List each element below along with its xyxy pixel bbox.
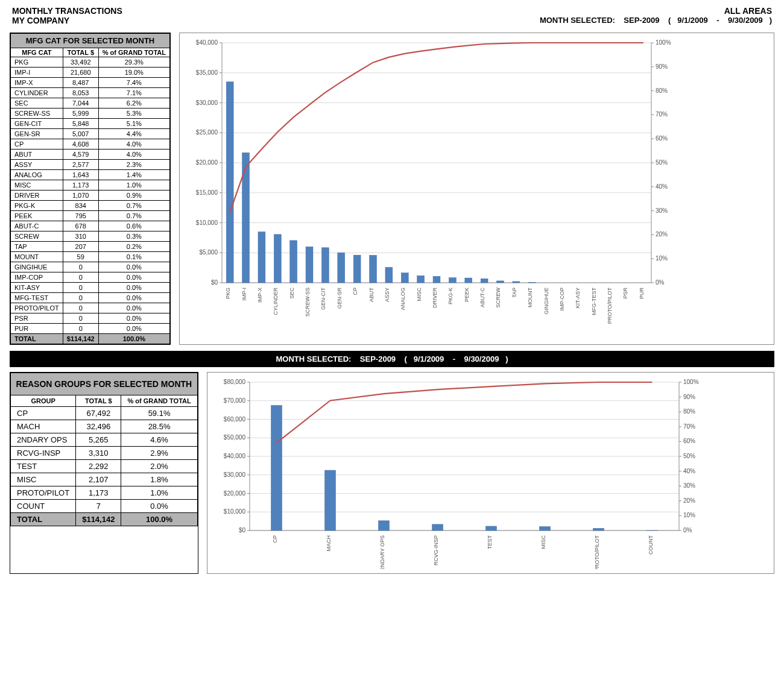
svg-text:IMP-COP: IMP-COP — [559, 288, 565, 311]
svg-text:COUNT: COUNT — [647, 535, 653, 555]
svg-rect-60 — [290, 241, 297, 283]
svg-text:$20,000: $20,000 — [224, 490, 246, 497]
table-total-row: TOTAL$114,142100.0% — [11, 334, 170, 344]
svg-text:$40,000: $40,000 — [196, 39, 218, 46]
svg-text:$30,000: $30,000 — [224, 471, 246, 478]
mfg-cat-table: MFG CAT FOR SELECTED MONTH MFG CATTOTAL … — [10, 33, 170, 344]
reason-groups-table-title: REASON GROUPS FOR SELECTED MONTH — [11, 373, 198, 395]
table-row: SEC7,0446.2% — [11, 98, 170, 109]
svg-text:$25,000: $25,000 — [196, 129, 218, 136]
svg-text:PROTO/PILOT: PROTO/PILOT — [593, 535, 599, 569]
table-row: GINGIHUE00.0% — [11, 262, 170, 272]
svg-rect-74 — [401, 273, 408, 283]
table-row: MFG-TEST00.0% — [11, 293, 170, 303]
svg-rect-168 — [539, 527, 550, 530]
month-selected-label: MONTH SELECTED: SEP-2009 ( 9/1/2009 - 9/… — [540, 16, 772, 25]
svg-text:30%: 30% — [683, 482, 695, 489]
table-row: ABUT4,5794.0% — [11, 150, 170, 160]
table-row: IMP-X8,4877.4% — [11, 78, 170, 88]
svg-text:GINGIHUE: GINGIHUE — [543, 288, 549, 315]
svg-rect-72 — [385, 267, 393, 283]
svg-text:SEC: SEC — [289, 288, 295, 299]
svg-text:CP: CP — [352, 288, 358, 295]
svg-text:DRIVER: DRIVER — [432, 288, 438, 309]
svg-text:$15,000: $15,000 — [196, 189, 218, 196]
reason-groups-table-wrap: REASON GROUPS FOR SELECTED MONTH GROUPTO… — [10, 372, 198, 574]
mfg-cat-pareto-svg: $0$5,000$10,000$15,000$20,000$25,000$30,… — [186, 37, 680, 326]
svg-rect-158 — [271, 405, 282, 530]
svg-text:40%: 40% — [683, 468, 695, 474]
mfg-cat-table-wrap: MFG CAT FOR SELECTED MONTH MFG CATTOTAL … — [10, 33, 171, 345]
table-row: PKG33,49229.3% — [11, 57, 170, 68]
table-row: ANALOG1,6431.4% — [11, 170, 170, 180]
svg-text:IMP-X: IMP-X — [257, 288, 263, 303]
svg-rect-170 — [593, 528, 604, 530]
svg-text:100%: 100% — [656, 39, 671, 46]
svg-text:$40,000: $40,000 — [224, 453, 246, 459]
svg-text:10%: 10% — [656, 255, 668, 262]
svg-text:$5,000: $5,000 — [199, 249, 218, 256]
svg-rect-88 — [513, 282, 520, 283]
svg-text:PUR: PUR — [639, 288, 645, 300]
table-row: PROTO/PILOT1,1731.0% — [11, 486, 198, 500]
svg-text:20%: 20% — [683, 497, 695, 504]
svg-text:ABUT: ABUT — [368, 288, 374, 303]
svg-text:TEST: TEST — [486, 535, 492, 550]
svg-text:$30,000: $30,000 — [196, 99, 218, 106]
svg-text:80%: 80% — [656, 87, 668, 94]
table-row: ASSY2,5772.3% — [11, 160, 170, 170]
mfg-cat-chart: $0$5,000$10,000$15,000$20,000$25,000$30,… — [179, 33, 774, 345]
table-row: SCREW-SS5,9995.3% — [11, 109, 170, 119]
svg-rect-68 — [353, 255, 361, 283]
section-reason-groups: REASON GROUPS FOR SELECTED MONTH GROUPTO… — [10, 372, 774, 574]
svg-text:$80,000: $80,000 — [224, 379, 246, 385]
table-row: 2NDARY OPS5,2654.6% — [11, 433, 198, 447]
svg-text:MACH: MACH — [325, 535, 331, 552]
svg-text:100%: 100% — [683, 379, 699, 385]
svg-text:10%: 10% — [683, 512, 695, 518]
svg-text:0%: 0% — [656, 279, 665, 286]
svg-text:50%: 50% — [683, 453, 695, 459]
svg-rect-90 — [528, 282, 536, 283]
svg-rect-86 — [497, 281, 504, 283]
svg-text:MISC: MISC — [416, 287, 422, 301]
reason-groups-chart: $0$10,000$20,000$30,000$40,000$50,000$60… — [207, 372, 774, 574]
svg-rect-76 — [417, 275, 425, 283]
svg-text:SCREW: SCREW — [495, 287, 501, 307]
table-row: COUNT70.0% — [11, 500, 198, 513]
svg-text:60%: 60% — [656, 135, 668, 142]
table-row: ABUT-C6780.6% — [11, 221, 170, 231]
svg-text:40%: 40% — [656, 183, 668, 190]
table-row: IMP-COP00.0% — [11, 272, 170, 283]
svg-text:$10,000: $10,000 — [196, 219, 218, 226]
svg-text:GEN-CIT: GEN-CIT — [320, 288, 326, 310]
report-title: MONTHLY TRANSACTIONS — [12, 6, 122, 16]
table-row: MACH32,49628.5% — [11, 420, 198, 433]
table-row: MISC1,1731.0% — [11, 180, 170, 190]
svg-text:$0: $0 — [239, 527, 246, 533]
svg-rect-162 — [378, 521, 389, 530]
svg-text:$0: $0 — [211, 279, 218, 286]
col-header: GROUP — [11, 395, 76, 407]
table-row: SCREW3100.3% — [11, 231, 170, 242]
svg-text:80%: 80% — [683, 408, 695, 415]
svg-text:90%: 90% — [683, 394, 695, 400]
table-row: PROTO/PILOT00.0% — [11, 303, 170, 313]
table-row: CP4,6084.0% — [11, 139, 170, 150]
table-row: IMP-I21,68019.0% — [11, 68, 170, 78]
svg-text:PKG-K: PKG-K — [447, 288, 454, 304]
table-row: PUR00.0% — [11, 324, 170, 334]
svg-text:50%: 50% — [656, 159, 668, 166]
svg-rect-58 — [274, 234, 281, 283]
svg-text:$10,000: $10,000 — [224, 508, 246, 515]
svg-text:KIT-ASY: KIT-ASY — [575, 288, 581, 309]
svg-rect-56 — [258, 232, 265, 283]
svg-rect-82 — [465, 278, 472, 283]
col-header: MFG CAT — [11, 48, 63, 57]
table-row: RCVG-INSP3,3102.9% — [11, 447, 198, 460]
mfg-cat-table-title: MFG CAT FOR SELECTED MONTH — [11, 34, 170, 48]
svg-text:MISC: MISC — [540, 535, 546, 549]
table-row: GEN-CIT5,8485.1% — [11, 119, 170, 129]
svg-text:CYLINDER: CYLINDER — [273, 288, 279, 315]
table-total-row: TOTAL$114,142100.0% — [11, 513, 198, 526]
